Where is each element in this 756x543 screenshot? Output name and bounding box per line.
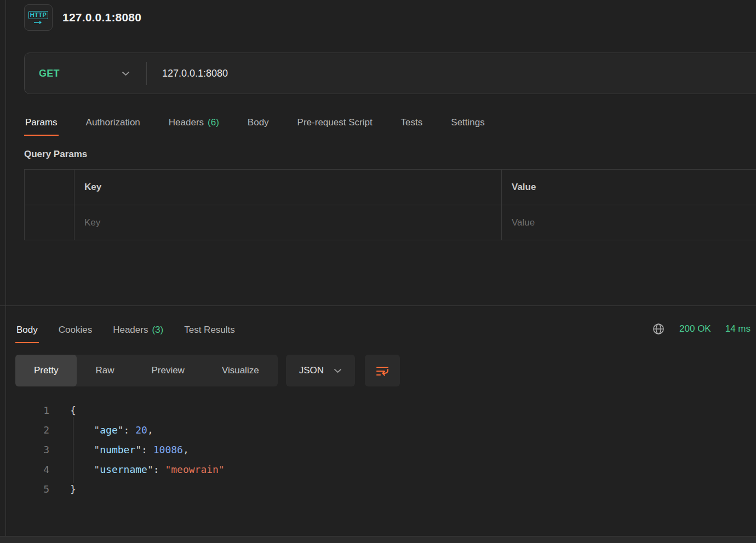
request-header: HTTP 127.0.0.1:8080: [0, 0, 756, 31]
view-preview-button[interactable]: Preview: [133, 355, 203, 386]
column-header-value: Value: [501, 170, 756, 205]
http-icon-arrow: [33, 21, 43, 24]
tab-label: Cookies: [59, 325, 92, 336]
code-line: "number": 10086,: [70, 440, 225, 460]
query-params-table: Key Value Key Value: [24, 169, 756, 240]
response-body-code[interactable]: 12345 { "age": 20, "number": 10086, "use…: [15, 401, 756, 499]
wrap-lines-button[interactable]: [365, 355, 400, 386]
tab-headers[interactable]: Headers (6): [168, 111, 220, 136]
code-token: username: [100, 464, 147, 475]
line-number: 5: [15, 480, 49, 499]
row-select-header-cell: [25, 170, 74, 205]
divider: [146, 62, 147, 85]
chevron-down-icon: [122, 71, 130, 76]
tab-label: Body: [248, 117, 269, 128]
code-token: {: [70, 405, 76, 416]
response-tabs: Body Cookies Headers (3) Test Results: [15, 317, 255, 343]
table-row: Key Value: [25, 205, 756, 240]
globe-icon[interactable]: [652, 322, 665, 336]
response-section-divider: [0, 305, 756, 306]
view-visualize-button[interactable]: Visualize: [203, 355, 278, 386]
code-line: {: [70, 401, 225, 420]
code-token: [70, 444, 94, 455]
left-panel-border: [5, 0, 6, 543]
param-value-input[interactable]: Value: [501, 205, 756, 240]
code-token: ":: [118, 424, 136, 436]
code-line: "username": "meowrain": [70, 460, 225, 480]
column-header-key: Key: [74, 170, 501, 205]
row-select-cell: [25, 205, 74, 240]
status-badge: 200 OK: [679, 324, 711, 334]
tab-settings[interactable]: Settings: [450, 111, 485, 136]
code-gutter: 12345: [15, 401, 49, 499]
tab-label: Headers: [113, 325, 148, 336]
page-title: 127.0.0.1:8080: [62, 11, 141, 24]
code-token: number: [100, 444, 135, 455]
url-bar: GET 127.0.0.1:8080: [24, 53, 756, 94]
query-params-heading: Query Params: [24, 149, 756, 160]
response-toolbar: Pretty Raw Preview Visualize JSON: [15, 355, 756, 386]
code-token: ":: [147, 464, 165, 475]
code-token: 20: [135, 424, 147, 436]
code-token: "meowrain": [165, 464, 224, 475]
tab-label: Pre-request Script: [297, 117, 373, 128]
line-number: 3: [15, 440, 49, 460]
code-token: ,: [183, 444, 189, 455]
tab-label: Headers: [169, 117, 204, 128]
tab-label: Params: [25, 117, 58, 128]
code-token: }: [70, 483, 76, 495]
view-mode-group: Pretty Raw Preview Visualize: [15, 355, 278, 386]
code-token: 10086: [153, 444, 183, 455]
line-number: 2: [15, 420, 49, 440]
view-raw-button[interactable]: Raw: [77, 355, 133, 386]
format-selector[interactable]: JSON: [286, 355, 355, 386]
response-meta: 200 OK 14 ms: [652, 317, 751, 336]
code-token: [70, 464, 94, 475]
code-line: "age": 20,: [70, 420, 225, 440]
status-bar: [0, 536, 756, 543]
tab-label: Tests: [401, 117, 423, 128]
tab-count: (6): [208, 117, 219, 128]
response-time: 14 ms: [725, 324, 751, 334]
code-line: }: [70, 480, 225, 499]
chevron-down-icon: [334, 368, 342, 373]
code-token: ":: [135, 444, 153, 455]
view-pretty-button[interactable]: Pretty: [15, 355, 77, 386]
code-token: ": [94, 464, 100, 475]
indent-guide: [73, 417, 73, 483]
tab-label: Settings: [451, 117, 484, 128]
tab-authorization[interactable]: Authorization: [85, 111, 141, 136]
http-request-icon: HTTP: [24, 4, 53, 31]
code-token: ,: [147, 424, 153, 436]
code-token: ": [94, 444, 100, 455]
code-token: age: [100, 424, 118, 436]
tab-body[interactable]: Body: [247, 111, 270, 136]
wrap-lines-icon: [375, 363, 390, 378]
tab-label: Authorization: [86, 117, 140, 128]
http-icon-label: HTTP: [28, 11, 49, 19]
response-tabs-row: Body Cookies Headers (3) Test Results 20…: [15, 317, 751, 343]
tab-tests[interactable]: Tests: [400, 111, 424, 136]
response-tab-cookies[interactable]: Cookies: [58, 317, 93, 343]
code-token: [70, 424, 94, 436]
code-token: ": [94, 424, 100, 436]
format-label: JSON: [299, 365, 324, 376]
method-label: GET: [39, 68, 60, 79]
tab-count: (3): [152, 325, 163, 336]
response-tab-test-results[interactable]: Test Results: [183, 317, 236, 343]
tab-params[interactable]: Params: [24, 111, 59, 136]
tab-label: Body: [16, 325, 38, 336]
param-key-input[interactable]: Key: [74, 205, 501, 240]
method-selector[interactable]: GET: [25, 53, 146, 94]
tab-label: Test Results: [184, 325, 235, 336]
table-header-row: Key Value: [25, 170, 756, 205]
response-tab-body[interactable]: Body: [15, 317, 39, 343]
url-input[interactable]: 127.0.0.1:8080: [162, 68, 228, 79]
code-lines: { "age": 20, "number": 10086, "username"…: [49, 401, 225, 499]
line-number: 1: [15, 401, 49, 420]
response-tab-headers[interactable]: Headers (3): [112, 317, 164, 343]
request-tabs: Params Authorization Headers (6) Body Pr…: [24, 111, 756, 136]
line-number: 4: [15, 460, 49, 480]
tab-pre-request-script[interactable]: Pre-request Script: [296, 111, 374, 136]
